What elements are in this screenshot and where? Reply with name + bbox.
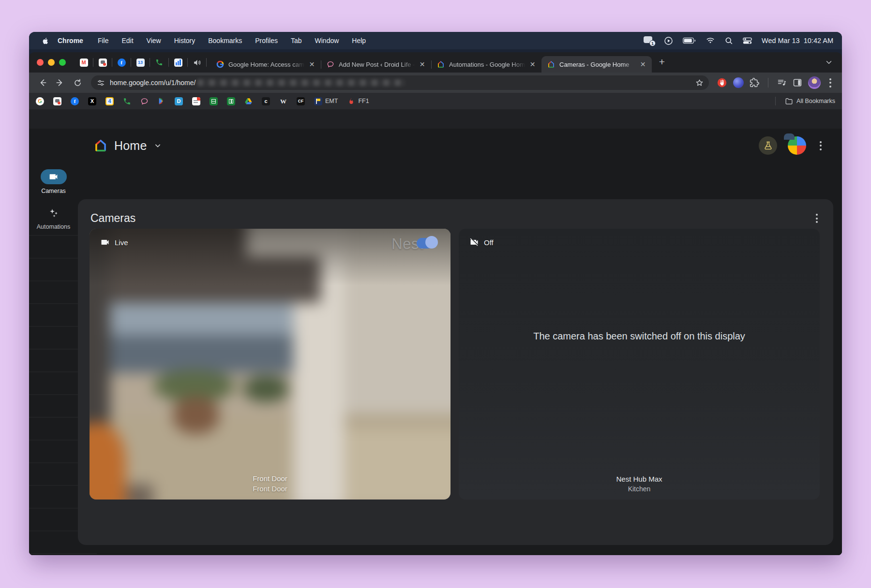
bookmark-photos[interactable] bbox=[53, 97, 61, 105]
bookmark-emt[interactable]: EMT bbox=[314, 97, 338, 105]
camera-name: Front Door bbox=[90, 474, 451, 483]
bookmark-d-site[interactable]: D bbox=[175, 97, 183, 105]
menu-window[interactable]: Window bbox=[315, 37, 339, 44]
spotlight-search-icon[interactable] bbox=[725, 37, 733, 45]
bookmark-google[interactable]: G bbox=[36, 97, 44, 105]
bookmark-calendar[interactable]: 4 bbox=[105, 97, 114, 105]
bookmark-ff1[interactable]: FF1 bbox=[347, 97, 369, 105]
home-title[interactable]: Home bbox=[114, 139, 147, 153]
pinned-tab-calendar[interactable]: 13 bbox=[131, 56, 150, 69]
bookmark-voice[interactable] bbox=[123, 97, 131, 105]
labs-flask-button[interactable] bbox=[759, 136, 777, 155]
pinned-tab-gmail[interactable]: M bbox=[75, 56, 93, 69]
close-tab-icon[interactable]: ✕ bbox=[418, 60, 426, 69]
tabs: Google Home: Access camera ✕ Add New Pos… bbox=[210, 52, 652, 73]
back-button[interactable] bbox=[35, 75, 50, 90]
pinned-tab-photos[interactable] bbox=[93, 56, 112, 69]
control-center-icon[interactable] bbox=[743, 37, 752, 44]
all-bookmarks-button[interactable]: All Bookmarks bbox=[785, 97, 835, 105]
bookmark-drive[interactable] bbox=[244, 97, 253, 105]
address-bar[interactable]: home.google.com/u/1/home/ bbox=[91, 75, 709, 90]
bookmark-x[interactable]: X bbox=[88, 97, 96, 105]
bookmark-docs[interactable] bbox=[192, 97, 200, 105]
sidebar: Cameras Automations bbox=[29, 169, 78, 230]
menubar-clock: Wed Mar 13 10:42 AM bbox=[762, 37, 833, 44]
tab-cameras-active[interactable]: Cameras - Google Home ✕ bbox=[541, 56, 652, 73]
screenshot-area: Chrome File Edit View History Bookmarks … bbox=[29, 32, 842, 555]
tab-automations[interactable]: Automations - Google Home ✕ bbox=[431, 56, 541, 73]
off-status-badge: Off bbox=[469, 237, 494, 247]
bookmark-cf-site[interactable]: CF bbox=[297, 97, 305, 105]
pinned-tab-facebook[interactable]: f bbox=[112, 56, 131, 69]
reload-button[interactable] bbox=[70, 75, 85, 90]
bookmark-droidlife[interactable] bbox=[140, 97, 149, 105]
adblock-extension-icon[interactable] bbox=[717, 77, 727, 88]
close-tab-icon[interactable]: ✕ bbox=[639, 60, 647, 69]
tab-add-new-post[interactable]: Add New Post ‹ Droid Life — ✕ bbox=[321, 56, 431, 73]
tab-audio-speaker-icon[interactable] bbox=[188, 56, 206, 69]
menu-bookmarks[interactable]: Bookmarks bbox=[208, 37, 242, 44]
media-controls-icon[interactable] bbox=[777, 78, 787, 88]
close-window-button[interactable] bbox=[37, 59, 44, 66]
playback-icon[interactable] bbox=[664, 36, 673, 45]
bookmark-sheets-2[interactable] bbox=[227, 97, 235, 105]
screen-record-indicator[interactable]: 1 bbox=[644, 36, 654, 45]
minimize-window-button[interactable] bbox=[48, 59, 55, 66]
close-tab-icon[interactable]: ✕ bbox=[308, 60, 316, 69]
extensions-puzzle-icon[interactable] bbox=[750, 78, 759, 88]
app-menu-kebab-icon[interactable] bbox=[817, 138, 825, 153]
camera-room: Front Door bbox=[90, 485, 451, 493]
pinned-tab-analytics[interactable] bbox=[169, 56, 187, 69]
menu-tab[interactable]: Tab bbox=[291, 37, 302, 44]
menu-help[interactable]: Help bbox=[352, 37, 366, 44]
browser-menu-kebab-icon[interactable] bbox=[826, 75, 834, 90]
chrome-window: M f 13 Google Home: Access camera bbox=[29, 52, 842, 555]
menu-view[interactable]: View bbox=[147, 37, 161, 44]
swirl-extension-icon[interactable] bbox=[733, 77, 744, 88]
home-switcher-chevron-icon[interactable] bbox=[153, 141, 163, 150]
menu-file[interactable]: File bbox=[98, 37, 109, 44]
camera-card-nest-hub-max[interactable]: Off The camera has been switched off on … bbox=[459, 229, 820, 500]
url-text: home.google.com/u/1/home/ bbox=[110, 79, 195, 87]
camera-card-front-door[interactable]: Live Nest Front Door Front Door bbox=[90, 229, 451, 500]
menu-history[interactable]: History bbox=[174, 37, 195, 44]
tab-search-chevron-icon[interactable] bbox=[825, 58, 837, 67]
site-settings-icon[interactable] bbox=[97, 79, 105, 87]
bookmark-w-site[interactable]: W bbox=[279, 97, 287, 105]
device-name: Nest Hub Max bbox=[459, 475, 820, 483]
menu-chrome[interactable]: Chrome bbox=[58, 37, 83, 44]
menu-profiles[interactable]: Profiles bbox=[255, 37, 278, 44]
camera-off-message: The camera has been switched off on this… bbox=[459, 329, 820, 343]
sidebar-item-cameras[interactable]: Cameras bbox=[29, 169, 78, 194]
automations-sparkle-icon bbox=[41, 205, 67, 220]
device-caption: Nest Hub Max Kitchen bbox=[459, 475, 820, 493]
apple-menu-icon[interactable] bbox=[41, 37, 49, 45]
battery-icon bbox=[683, 37, 696, 44]
bookmark-play-store[interactable] bbox=[158, 97, 165, 105]
pinned-tabs: M f 13 bbox=[75, 56, 207, 69]
close-tab-icon[interactable]: ✕ bbox=[528, 60, 537, 69]
bookmark-sheets-1[interactable] bbox=[210, 97, 218, 105]
bookmark-star-icon[interactable] bbox=[695, 78, 704, 88]
browser-profile-avatar[interactable] bbox=[808, 76, 821, 89]
forward-button[interactable] bbox=[52, 75, 68, 90]
bookmark-facebook[interactable]: f bbox=[71, 97, 79, 105]
google-home-logo bbox=[94, 139, 107, 152]
url-redacted-segment bbox=[197, 79, 405, 86]
cameras-menu-kebab-icon[interactable] bbox=[813, 211, 821, 226]
new-tab-button[interactable]: + bbox=[655, 55, 669, 69]
menu-edit[interactable]: Edit bbox=[121, 37, 133, 44]
zoom-window-button[interactable] bbox=[59, 59, 66, 66]
sidebar-item-automations[interactable]: Automations bbox=[29, 205, 78, 230]
side-panel-icon[interactable] bbox=[793, 78, 802, 88]
tab-google-home-access[interactable]: Google Home: Access camera ✕ bbox=[210, 56, 321, 73]
pinned-tab-voice[interactable] bbox=[150, 56, 168, 69]
browser-toolbar: home.google.com/u/1/home/ bbox=[29, 73, 842, 93]
account-avatar[interactable] bbox=[788, 136, 806, 155]
bookmark-c-site[interactable]: c bbox=[262, 97, 270, 105]
wifi-icon[interactable] bbox=[706, 37, 715, 44]
live-status-badge: Live bbox=[100, 237, 128, 247]
app-header: Home bbox=[29, 129, 842, 162]
nest-logo-dot bbox=[425, 236, 438, 249]
nest-watermark: Nest bbox=[391, 235, 438, 253]
